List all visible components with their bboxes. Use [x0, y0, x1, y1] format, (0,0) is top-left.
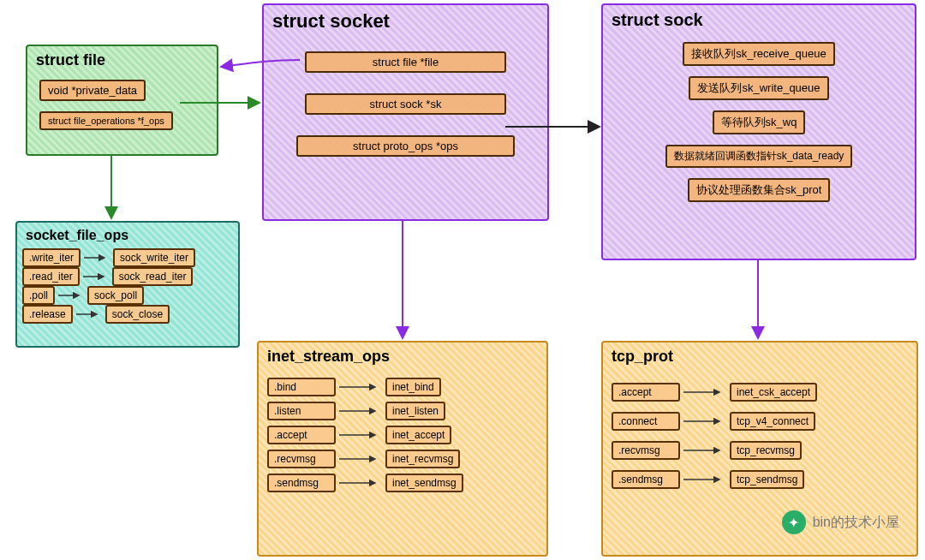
ops-key: .sendmsg — [612, 470, 680, 489]
struct-socket-field: struct proto_ops *ops — [296, 135, 515, 157]
watermark: ✦ bin的技术小屋 — [782, 510, 899, 534]
struct-file-box: struct file void *private_data struct fi… — [26, 45, 218, 156]
struct-sock-field: 协议处理函数集合sk_prot — [688, 178, 831, 202]
ops-val: tcp_recvmsg — [730, 441, 802, 460]
ops-val: tcp_v4_connect — [730, 412, 815, 431]
ops-key: .poll — [22, 286, 55, 305]
ops-key: .bind — [267, 378, 336, 396]
ops-map-row: .accept inet_accept — [267, 426, 538, 444]
ops-val: inet_recvmsg — [385, 450, 460, 468]
struct-file-title: struct file — [27, 46, 217, 74]
ops-map-row: .read_iter sock_read_iter — [22, 267, 233, 286]
ops-map-row: .write_iter sock_write_iter — [22, 248, 233, 267]
ops-map-row: .sendmsg inet_sendmsg — [267, 474, 538, 492]
struct-sock-box: struct sock 接收队列sk_receive_queue 发送队列sk_… — [601, 3, 916, 260]
ops-key: .accept — [267, 426, 336, 444]
ops-val: sock_poll — [87, 286, 144, 305]
inet-stream-ops-box: inet_stream_ops .bind inet_bind .listen … — [257, 341, 548, 557]
ops-key: .recvmsg — [267, 450, 336, 468]
ops-key: .recvmsg — [612, 441, 680, 460]
struct-socket-field: struct file *file — [305, 51, 506, 73]
ops-key: .write_iter — [22, 248, 81, 267]
ops-val: inet_bind — [385, 378, 441, 396]
ops-map-row: .sendmsg tcp_sendmsg — [612, 470, 908, 489]
ops-val: sock_close — [105, 305, 170, 324]
ops-val: tcp_sendmsg — [730, 470, 804, 489]
socket-file-ops-box: socket_file_ops .write_iter sock_write_i… — [15, 221, 240, 348]
struct-sock-field: 发送队列sk_write_queue — [689, 76, 828, 100]
ops-map-row: .bind inet_bind — [267, 378, 538, 396]
tcp-prot-title: tcp_prot — [603, 343, 916, 371]
ops-key: .listen — [267, 402, 336, 420]
ops-map-row: .recvmsg tcp_recvmsg — [612, 441, 908, 460]
struct-socket-field: struct sock *sk — [305, 93, 506, 115]
ops-val: inet_listen — [385, 402, 445, 420]
ops-map-row: .listen inet_listen — [267, 402, 538, 420]
ops-map-row: .connect tcp_v4_connect — [612, 412, 908, 431]
ops-map-row: .recvmsg inet_recvmsg — [267, 450, 538, 468]
ops-val: inet_csk_accept — [730, 383, 817, 402]
struct-file-field: struct file_operations *f_ops — [39, 111, 173, 130]
struct-sock-field: 等待队列sk_wq — [713, 110, 806, 134]
ops-map-row: .accept inet_csk_accept — [612, 383, 908, 402]
ops-key: .sendmsg — [267, 474, 336, 492]
wechat-icon: ✦ — [782, 510, 806, 534]
ops-key: .accept — [612, 383, 680, 402]
ops-key: .read_iter — [22, 267, 80, 286]
struct-sock-field: 接收队列sk_receive_queue — [683, 42, 835, 66]
ops-val: sock_read_iter — [112, 267, 194, 286]
struct-sock-title: struct sock — [603, 5, 915, 35]
struct-sock-field: 数据就绪回调函数指针sk_data_ready — [665, 145, 853, 168]
watermark-text: bin的技术小屋 — [813, 514, 899, 532]
ops-val: inet_accept — [385, 426, 451, 444]
struct-socket-box: struct socket struct file *file struct s… — [262, 3, 549, 221]
inet-stream-ops-title: inet_stream_ops — [259, 343, 546, 371]
socket-file-ops-title: socket_file_ops — [17, 223, 238, 248]
ops-key: .release — [22, 305, 73, 324]
ops-val: inet_sendmsg — [385, 474, 463, 492]
ops-key: .connect — [612, 412, 680, 431]
ops-map-row: .release sock_close — [22, 305, 233, 324]
ops-map-row: .poll sock_poll — [22, 286, 233, 305]
ops-val: sock_write_iter — [113, 248, 195, 267]
struct-file-field: void *private_data — [39, 80, 146, 101]
struct-socket-title: struct socket — [264, 5, 547, 38]
